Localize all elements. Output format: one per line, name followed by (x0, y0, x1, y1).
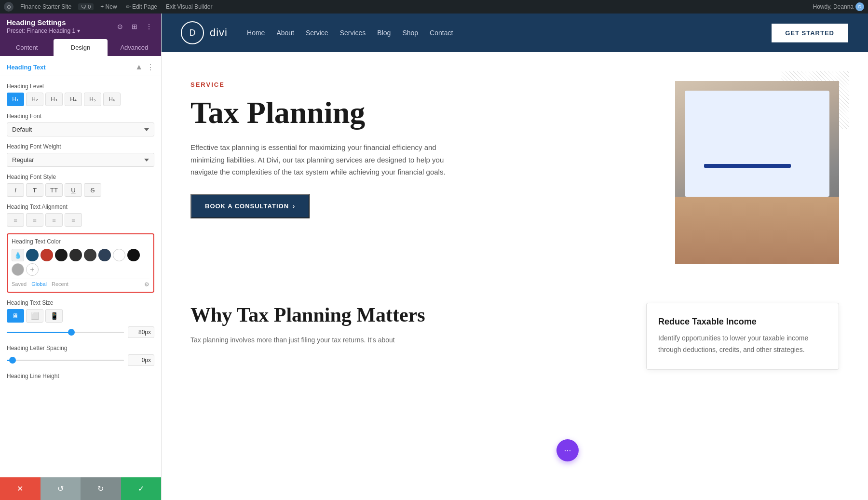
tab-design[interactable]: Design (54, 39, 107, 56)
heading-line-height-label: Heading Line Height (7, 373, 154, 379)
color-swatch-dark2[interactable] (69, 249, 82, 261)
new-content-link[interactable]: + New (98, 3, 119, 10)
exit-builder-link[interactable]: Exit Visual Builder (164, 3, 215, 10)
more-options-icon[interactable]: ⋮ (144, 21, 154, 32)
desktop-device-icon[interactable]: 🖥 (7, 309, 24, 323)
italic-button[interactable]: I (7, 183, 24, 197)
tab-advanced[interactable]: Advanced (108, 39, 161, 56)
why-section: Why Tax Planning Matters Tax planning in… (162, 284, 868, 389)
expand-icon[interactable]: ⊞ (129, 21, 140, 32)
howdy-text: Howdy, Deanna (813, 3, 854, 10)
heading-font-style-label: Heading Font Style (7, 174, 154, 180)
color-swatch-dark1[interactable] (55, 249, 68, 261)
align-right-button[interactable]: ≡ (45, 213, 63, 227)
mobile-device-icon[interactable]: 📱 (45, 309, 63, 323)
focus-mode-icon[interactable]: ⊙ (115, 21, 125, 32)
hero-cta-button[interactable]: BOOK A CONSULTATION › (190, 194, 310, 218)
align-center-button[interactable]: ≡ (26, 213, 43, 227)
edit-page-link[interactable]: ✏ Edit Page (124, 3, 159, 10)
nav-cta-button[interactable]: GET STARTED (771, 23, 849, 43)
why-card-description: Identify opportunities to lower your tax… (658, 333, 827, 356)
nav-links: Home About Service Services Blog Shop Co… (247, 29, 453, 37)
h5-button[interactable]: H₅ (84, 93, 101, 106)
preset-selector[interactable]: Preset: Finance Heading 1 ▾ (7, 27, 80, 34)
collapse-section-icon[interactable]: ▲ (135, 63, 143, 72)
undo-button[interactable]: ↺ (41, 477, 81, 500)
site-logo: D divi (181, 21, 228, 44)
heading-text-color-section: Heading Text Color 💧 + Saved Glob (7, 233, 154, 293)
letter-spacing-slider[interactable] (7, 355, 124, 365)
hero-title: Tax Planning (190, 96, 656, 130)
why-card-title: Reduce Taxable Income (658, 317, 827, 327)
color-swatch-black1[interactable] (127, 249, 140, 261)
color-tab-saved[interactable]: Saved (12, 281, 27, 288)
nav-blog[interactable]: Blog (377, 29, 391, 37)
nav-about[interactable]: About (276, 29, 294, 37)
text-size-input[interactable] (128, 326, 154, 338)
heading-letter-spacing-label: Heading Letter Spacing (7, 345, 154, 351)
sidebar-title: Heading Settings (7, 18, 80, 27)
nav-home[interactable]: Home (247, 29, 265, 37)
why-description: Tax planning involves more than just fil… (190, 335, 627, 346)
align-left-button[interactable]: ≡ (7, 213, 24, 227)
heading-text-section: Heading Text ▲ ⋮ (0, 56, 161, 76)
heading-text-alignment-label: Heading Text Alignment (7, 203, 154, 210)
heading-text-alignment-group: Heading Text Alignment ≡ ≡ ≡ ≡ (7, 203, 154, 227)
laptop-blue-bar (704, 164, 791, 168)
heading-font-weight-select[interactable]: Regular (7, 153, 154, 167)
nav-contact[interactable]: Contact (430, 29, 453, 37)
why-content: Why Tax Planning Matters Tax planning in… (190, 303, 627, 370)
hero-image (675, 81, 839, 264)
wordpress-logo-icon[interactable]: ⊕ (4, 2, 14, 12)
save-button[interactable]: ✓ (121, 477, 162, 500)
color-settings-icon[interactable]: ⚙ (144, 281, 149, 288)
redo-button[interactable]: ↻ (81, 477, 121, 500)
h4-button[interactable]: H₄ (65, 93, 82, 106)
nav-service[interactable]: Service (306, 29, 328, 37)
color-swatch-blue[interactable] (26, 249, 39, 261)
floating-action-button[interactable]: ··· (556, 439, 579, 461)
logo-circle: D (181, 21, 204, 44)
heading-font-style-group: Heading Font Style I T TT U S (7, 174, 154, 197)
eyedropper-button[interactable]: 💧 (12, 249, 24, 261)
comment-count-badge[interactable]: 🗨 0 (78, 3, 94, 10)
cancel-button[interactable]: ✕ (0, 477, 41, 500)
sidebar-tabs: Content Design Advanced (0, 39, 161, 56)
color-swatch-orange[interactable] (41, 249, 53, 261)
tablet-device-icon[interactable]: ⬜ (26, 309, 43, 323)
section-options-icon[interactable]: ⋮ (147, 63, 154, 72)
align-justify-button[interactable]: ≡ (65, 213, 82, 227)
add-color-swatch-button[interactable]: + (26, 263, 39, 276)
bold-button[interactable]: T (26, 183, 43, 197)
color-swatch-white[interactable] (113, 249, 125, 261)
page-navigation: D divi Home About Service Services Blog … (162, 14, 868, 52)
color-tab-global[interactable]: Global (31, 281, 47, 288)
uppercase-button[interactable]: TT (45, 183, 63, 197)
sidebar-body: Heading Level H₁ H₂ H₃ H₄ H₅ H₆ Heading … (0, 76, 161, 477)
nav-shop[interactable]: Shop (402, 29, 418, 37)
heading-font-select[interactable]: Default (7, 122, 154, 136)
settings-sidebar: Heading Settings Preset: Finance Heading… (0, 14, 162, 500)
site-name-link[interactable]: Finance Starter Site (18, 3, 73, 10)
hero-content: SERVICE Tax Planning Effective tax plann… (190, 81, 656, 264)
h3-button[interactable]: H₃ (45, 93, 63, 106)
admin-bar: ⊕ Finance Starter Site 🗨 0 + New ✏ Edit … (0, 0, 868, 14)
underline-button[interactable]: U (65, 183, 82, 197)
color-swatch-dark3[interactable] (84, 249, 96, 261)
user-avatar[interactable]: D (855, 2, 864, 11)
h2-button[interactable]: H₂ (26, 93, 43, 106)
strikethrough-button[interactable]: S (84, 183, 101, 197)
text-size-slider[interactable] (7, 327, 124, 337)
color-swatch-dark4[interactable] (98, 249, 111, 261)
color-tab-recent[interactable]: Recent (52, 281, 68, 288)
heading-text-color-label: Heading Text Color (12, 238, 149, 245)
nav-services[interactable]: Services (340, 29, 366, 37)
letter-spacing-input[interactable] (128, 354, 154, 366)
color-swatch-gray[interactable] (12, 263, 24, 276)
h6-button[interactable]: H₆ (103, 93, 121, 106)
why-card: Reduce Taxable Income Identify opportuni… (646, 303, 839, 370)
color-tabs: Saved Global Recent ⚙ (12, 279, 149, 288)
tab-content[interactable]: Content (0, 39, 54, 56)
hero-cta-label: BOOK A CONSULTATION (205, 203, 289, 210)
h1-button[interactable]: H₁ (7, 93, 24, 106)
